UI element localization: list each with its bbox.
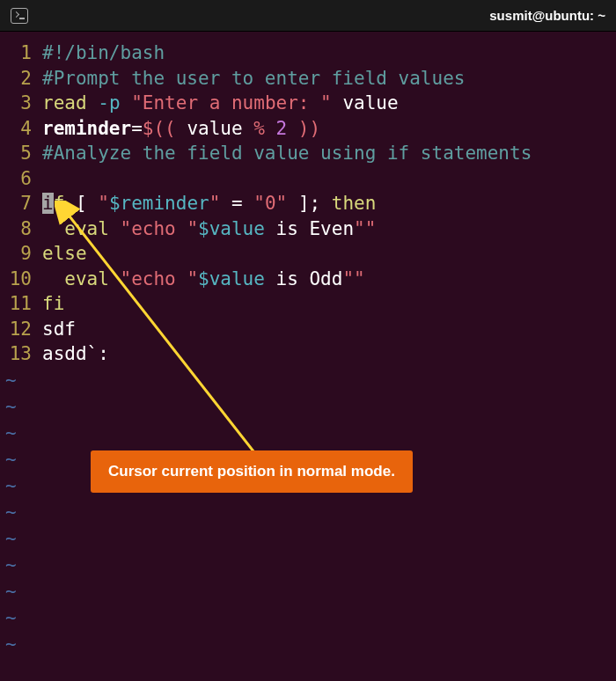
- code-content: fi: [42, 291, 616, 317]
- line-number: 13: [0, 341, 42, 367]
- code-content: sdf: [42, 317, 616, 342]
- code-line-5: 5 #Analyze the field value using if stat…: [0, 141, 616, 166]
- line-number: 10: [0, 267, 42, 292]
- code-content: [42, 166, 616, 192]
- code-line-7: 7 if [ "$reminder" = "0" ]; then: [0, 191, 616, 216]
- tilde-line: ~: [0, 393, 616, 420]
- window-title: susmit@ubuntu: ~: [489, 8, 605, 23]
- code-content: eval "echo "$value is Odd"": [42, 267, 616, 292]
- tilde-line: ~: [0, 499, 616, 525]
- code-content: asdd`:: [42, 341, 616, 367]
- code-content: else: [42, 241, 616, 267]
- annotation-callout: Cursor current position in normal mode.: [91, 450, 413, 493]
- code-line-1: 1 #!/bin/bash: [0, 40, 616, 66]
- code-line-2: 2 #Prompt the user to enter field values: [0, 66, 616, 92]
- cursor: i: [42, 193, 54, 214]
- tilde-line: ~: [0, 604, 616, 631]
- tilde-line: ~: [0, 552, 616, 578]
- line-number: 4: [0, 116, 42, 142]
- line-number: 5: [0, 141, 42, 166]
- titlebar: susmit@ubuntu: ~: [0, 0, 616, 32]
- code-line-6: 6: [0, 166, 616, 192]
- terminal-icon: [11, 8, 28, 24]
- tilde-line: ~: [0, 631, 616, 657]
- line-number: 6: [0, 166, 42, 192]
- code-line-13: 13 asdd`:: [0, 341, 616, 367]
- line-number: 7: [0, 191, 42, 216]
- line-number: 8: [0, 216, 42, 242]
- code-content: reminder=$(( value % 2 )): [42, 116, 616, 142]
- line-number: 12: [0, 317, 42, 342]
- code-content: if [ "$reminder" = "0" ]; then: [42, 191, 616, 216]
- line-number: 3: [0, 91, 42, 116]
- line-number: 2: [0, 66, 42, 92]
- tilde-line: ~: [0, 525, 616, 552]
- code-line-12: 12 sdf: [0, 317, 616, 342]
- code-content: #Analyze the field value using if statem…: [42, 141, 616, 166]
- titlebar-left: [11, 8, 28, 24]
- line-number: 1: [0, 40, 42, 66]
- code-content: #Prompt the user to enter field values: [42, 66, 616, 92]
- annotation-text: Cursor current position in normal mode.: [108, 463, 395, 480]
- line-number: 9: [0, 241, 42, 267]
- code-line-9: 9 else: [0, 241, 616, 267]
- code-content: read -p "Enter a number: " value: [42, 91, 616, 116]
- code-line-4: 4 reminder=$(( value % 2 )): [0, 116, 616, 142]
- tilde-line: ~: [0, 578, 616, 604]
- tilde-line: ~: [0, 367, 616, 393]
- code-content: eval "echo "$value is Even"": [42, 216, 616, 242]
- code-line-8: 8 eval "echo "$value is Even"": [0, 216, 616, 242]
- code-line-11: 11 fi: [0, 291, 616, 317]
- line-number: 11: [0, 291, 42, 317]
- code-line-10: 10 eval "echo "$value is Odd"": [0, 267, 616, 292]
- tilde-line: ~: [0, 420, 616, 446]
- code-content: #!/bin/bash: [42, 40, 616, 66]
- code-line-3: 3 read -p "Enter a number: " value: [0, 91, 616, 116]
- editor-area[interactable]: 1 #!/bin/bash 2 #Prompt the user to ente…: [0, 32, 616, 666]
